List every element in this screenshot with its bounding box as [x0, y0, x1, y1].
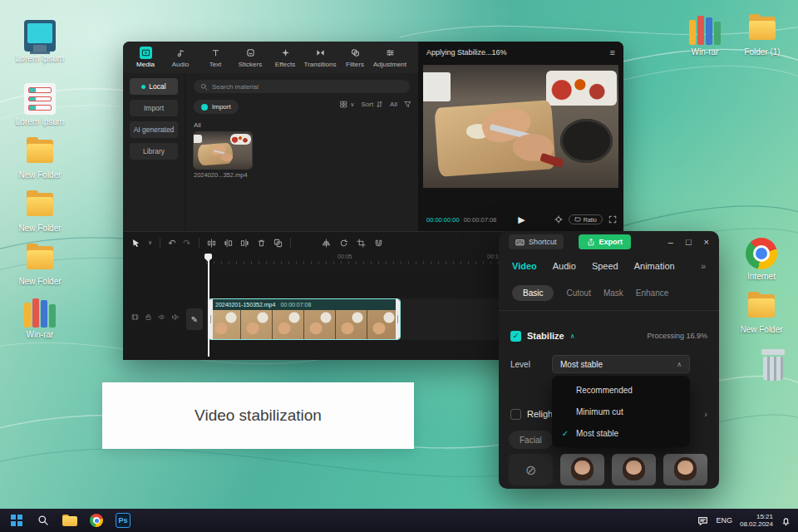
menu-item-minimum-cut[interactable]: Minimum cut	[552, 401, 690, 422]
chat-icon[interactable]	[697, 515, 708, 526]
crop-icon[interactable]	[357, 239, 366, 248]
desktop-icon-new-folder-3[interactable]: New Folder	[13, 243, 66, 286]
redo-icon[interactable]: ↷	[183, 239, 190, 248]
tab-speed[interactable]: Speed	[592, 261, 618, 271]
taskbar-photoshop-button[interactable]: Ps	[115, 512, 131, 529]
tabs-overflow-icon[interactable]: »	[701, 261, 706, 271]
clip-right-handle[interactable]	[396, 299, 400, 339]
focus-icon[interactable]	[554, 215, 563, 224]
notification-icon[interactable]	[781, 515, 791, 526]
split-icon[interactable]	[207, 239, 216, 248]
eye-icon[interactable]	[158, 313, 165, 321]
preset-face-tile-3[interactable]	[663, 454, 707, 485]
subtab-mask[interactable]: Mask	[603, 288, 623, 298]
tab-filters[interactable]: Filters	[337, 47, 372, 68]
language-indicator[interactable]: ENG	[716, 516, 732, 525]
chevron-down-icon[interactable]: ∨	[148, 239, 152, 246]
media-thumbnail[interactable]	[194, 132, 252, 169]
desktop-icon-label: Folder (1)	[736, 47, 789, 57]
search-input[interactable]	[212, 83, 403, 91]
menu-icon[interactable]: ≡	[610, 47, 615, 57]
taskbar-clock[interactable]: 15:21 08.02.2024	[740, 513, 773, 528]
tab-audio[interactable]: Audio	[163, 47, 198, 68]
sidebar-item-ai-generated[interactable]: AI generated	[130, 121, 178, 138]
search-bar[interactable]	[194, 80, 410, 93]
duplicate-icon[interactable]	[273, 239, 283, 248]
start-button[interactable]	[8, 512, 25, 529]
desktop-icon-recycle-bin[interactable]	[746, 349, 798, 381]
relight-checkbox[interactable]	[510, 409, 521, 420]
desktop-icon-folder-1[interactable]: Folder (1)	[736, 13, 789, 57]
desktop-icon-new-folder-2[interactable]: New Folder	[13, 190, 66, 233]
cover-icon[interactable]	[131, 313, 139, 321]
import-button[interactable]: Import	[194, 100, 239, 114]
filter-all-button[interactable]: All	[390, 101, 397, 108]
desktop-icon-internet[interactable]: Internet	[735, 238, 788, 281]
taskbar-explorer-button[interactable]	[62, 512, 78, 529]
magnet-icon[interactable]	[374, 239, 383, 248]
clip-duration: 00:00:07:08	[280, 302, 311, 308]
desktop-icon-computer[interactable]: Lorem Ipsum	[13, 20, 66, 63]
subtab-enhance[interactable]: Enhance	[636, 288, 668, 298]
tab-stickers[interactable]: Stickers	[233, 47, 268, 68]
preset-face-tile-2[interactable]	[612, 454, 656, 485]
close-button[interactable]: ×	[704, 237, 709, 247]
mirror-icon[interactable]	[322, 239, 331, 248]
chevron-right-icon[interactable]: ›	[704, 409, 707, 419]
stabilize-checkbox[interactable]: ✓	[510, 331, 521, 342]
taskbar-search-button[interactable]	[35, 512, 52, 529]
tab-adjustment[interactable]: Adjustment	[372, 47, 407, 68]
trim-left-icon[interactable]	[224, 239, 233, 248]
ratio-button[interactable]: Ratio	[569, 214, 603, 224]
desktop-icon-document[interactable]: Lorem Ipsum	[13, 83, 66, 126]
taskbar-date: 08.02.2024	[740, 520, 773, 528]
facial-button[interactable]: Facial	[509, 431, 553, 449]
maximize-button[interactable]: □	[686, 237, 692, 247]
menu-item-recommended[interactable]: Recommended	[552, 379, 690, 401]
preset-none-tile[interactable]: ⊘	[509, 454, 553, 485]
minimize-button[interactable]: –	[668, 237, 673, 247]
collapse-chevron-icon[interactable]: ∧	[570, 332, 575, 340]
undo-icon[interactable]: ↶	[168, 239, 175, 248]
tab-text[interactable]: Text	[198, 47, 233, 68]
lock-icon[interactable]	[145, 313, 152, 321]
export-label: Export	[599, 238, 623, 246]
desktop-icon-new-folder-1[interactable]: New Folder	[13, 136, 66, 180]
play-button[interactable]: ▶	[518, 214, 525, 225]
export-button[interactable]: Export	[579, 234, 632, 249]
trim-right-icon[interactable]	[240, 239, 249, 248]
subtab-cutout[interactable]: Cutout	[566, 288, 590, 298]
taskbar-time: 15:21	[740, 513, 773, 520]
sidebar-item-local[interactable]: Local	[130, 78, 178, 95]
tab-effects[interactable]: Effects	[268, 47, 303, 68]
rotate-icon[interactable]	[339, 239, 348, 248]
subtab-basic[interactable]: Basic	[512, 285, 554, 301]
edit-clip-button[interactable]: ✎	[186, 308, 203, 330]
tab-transitions[interactable]: Transitions	[303, 47, 337, 68]
folder-icon	[746, 13, 778, 45]
desktop-icon-new-folder-right[interactable]: New Folder	[735, 291, 788, 334]
clip-left-handle[interactable]	[209, 299, 213, 339]
tab-video[interactable]: Video	[512, 261, 537, 271]
sidebar-item-import[interactable]: Import	[130, 100, 178, 116]
tab-media[interactable]: Media	[128, 47, 163, 68]
fullscreen-icon[interactable]	[608, 215, 617, 224]
select-tool-icon[interactable]	[131, 239, 140, 248]
desktop-icon-winrar-top[interactable]: Win-rar	[678, 13, 732, 57]
funnel-icon[interactable]	[404, 101, 411, 108]
desktop-icon-winrar-left[interactable]: Win-rar	[13, 296, 66, 339]
sidebar-item-library[interactable]: Library	[130, 143, 178, 160]
tab-audio-settings[interactable]: Audio	[553, 261, 576, 271]
preset-face-tile-1[interactable]	[560, 454, 604, 485]
delete-icon[interactable]	[257, 239, 266, 248]
menu-item-most-stable[interactable]: ✓ Most stable	[552, 422, 690, 444]
shortcut-button[interactable]: Shortcut	[509, 234, 564, 249]
taskbar-chrome-button[interactable]	[88, 512, 105, 529]
grid-view-button[interactable]: ∨	[340, 101, 354, 108]
playhead-line[interactable]	[208, 255, 209, 357]
level-dropdown[interactable]: Most stable ∧	[552, 355, 690, 373]
timeline-clip[interactable]: 20240201-150352.mp4 00:00:07:08	[208, 298, 401, 340]
sort-button[interactable]: Sort	[361, 101, 383, 108]
tab-animation[interactable]: Animation	[634, 261, 675, 271]
mute-icon[interactable]	[171, 313, 179, 321]
